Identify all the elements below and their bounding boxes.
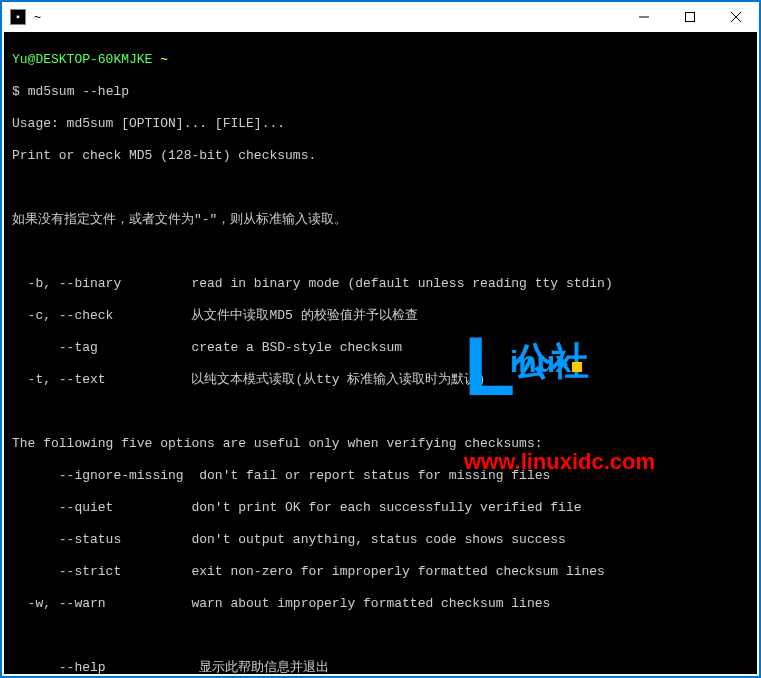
command-text: md5sum --help bbox=[28, 84, 129, 99]
titlebar[interactable]: ▪ ~ bbox=[2, 2, 759, 32]
opt-ignore-missing: --ignore-missing don't fail or report st… bbox=[12, 468, 749, 484]
minimize-button[interactable] bbox=[621, 2, 667, 32]
blank-line bbox=[12, 404, 749, 420]
blank-line bbox=[12, 180, 749, 196]
watermark-logo: L 公社 inux bbox=[464, 324, 655, 408]
verify-header: The following five options are useful on… bbox=[12, 436, 749, 452]
terminal-body[interactable]: Yu@DESKTOP-60KMJKE ~ $ md5sum --help Usa… bbox=[4, 32, 757, 674]
svg-rect-1 bbox=[686, 13, 695, 22]
opt-text: -t, --text 以纯文本模式读取(从tty 标准输入读取时为默认) bbox=[12, 372, 749, 388]
blank-line bbox=[12, 628, 749, 644]
close-icon bbox=[731, 12, 741, 22]
window-title: ~ bbox=[34, 10, 621, 24]
output-nofile: 如果没有指定文件，或者文件为"-"，则从标准输入读取。 bbox=[12, 212, 749, 228]
opt-strict: --strict exit non-zero for improperly fo… bbox=[12, 564, 749, 580]
opt-check: -c, --check 从文件中读取MD5 的校验值并予以检查 bbox=[12, 308, 749, 324]
maximize-icon bbox=[685, 12, 695, 22]
minimize-icon bbox=[639, 12, 649, 22]
prompt-path: ~ bbox=[160, 52, 168, 67]
opt-help: --help 显示此帮助信息并退出 bbox=[12, 660, 749, 674]
opt-quiet: --quiet don't print OK for each successf… bbox=[12, 500, 749, 516]
maximize-button[interactable] bbox=[667, 2, 713, 32]
opt-warn: -w, --warn warn about improperly formatt… bbox=[12, 596, 749, 612]
blank-line bbox=[12, 244, 749, 260]
opt-status: --status don't output anything, status c… bbox=[12, 532, 749, 548]
watermark-letter-l: L bbox=[464, 324, 515, 408]
prompt-user-host: Yu@DESKTOP-60KMJKE bbox=[12, 52, 152, 67]
prompt-symbol: $ bbox=[12, 84, 20, 99]
command-line: $ md5sum --help bbox=[12, 84, 749, 100]
output-desc: Print or check MD5 (128-bit) checksums. bbox=[12, 148, 749, 164]
opt-binary: -b, --binary read in binary mode (defaul… bbox=[12, 276, 749, 292]
output-usage: Usage: md5sum [OPTION]... [FILE]... bbox=[12, 116, 749, 132]
window-controls bbox=[621, 2, 759, 32]
prompt-line: Yu@DESKTOP-60KMJKE ~ bbox=[12, 52, 749, 68]
terminal-window: ▪ ~ Yu@DESKTOP-60KMJKE ~ $ md5sum --help… bbox=[0, 0, 761, 678]
close-button[interactable] bbox=[713, 2, 759, 32]
opt-tag: --tag create a BSD-style checksum bbox=[12, 340, 749, 356]
watermark-inux: inux bbox=[510, 354, 582, 372]
app-icon: ▪ bbox=[10, 9, 26, 25]
